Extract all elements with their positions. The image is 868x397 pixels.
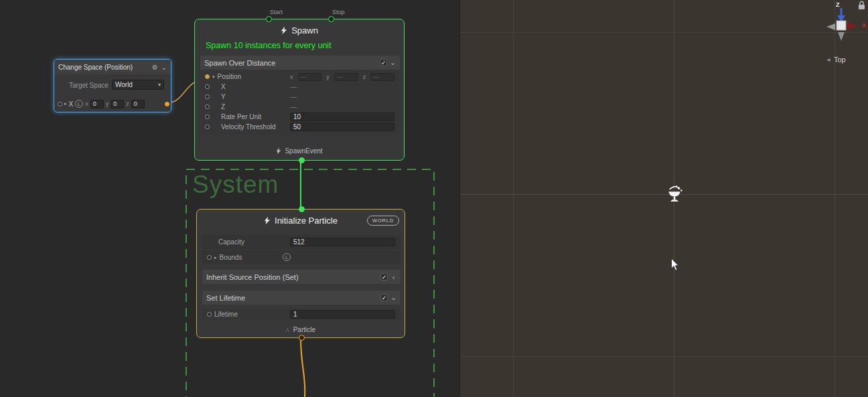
lightning-icon (264, 216, 271, 225)
change-space-node[interactable]: Change Space (Position) ⚙ ⌄ Target Space… (54, 59, 171, 112)
block-header[interactable]: Spawn Over Distance ✓ ⌄ (200, 56, 400, 70)
axis-z-label: z (126, 100, 129, 107)
x-port[interactable] (205, 84, 210, 89)
neg-z-axis-cone[interactable] (838, 32, 845, 41)
particle-out-label: Particle (293, 326, 315, 333)
lightning-icon (276, 147, 281, 155)
lifetime-label: Lifetime (214, 311, 238, 318)
velocity-threshold-field[interactable]: 50 (290, 123, 394, 131)
spawn-header[interactable]: Spawn (195, 19, 404, 35)
spawn-event-label: SpawnEvent (285, 147, 322, 155)
position-out-port[interactable] (165, 102, 169, 106)
lifetime-field[interactable]: 1 (290, 310, 395, 319)
expander-down-icon[interactable]: ▾ (212, 74, 215, 80)
target-space-dropdown[interactable]: World ▾ (112, 80, 164, 90)
position-x-field[interactable]: — (298, 73, 322, 81)
block-title: Inherit Source Position (Set) (206, 273, 378, 281)
rate-per-unit-field[interactable]: 10 (290, 112, 394, 121)
velocity-threshold-port[interactable] (205, 125, 210, 129)
z-value-field[interactable]: 0 (131, 100, 145, 108)
gizmo-axes-icon[interactable] (819, 0, 868, 47)
particle-flow-edge[interactable] (301, 339, 305, 397)
expander-icon[interactable]: ▸ (64, 101, 67, 106)
bounds-space-badge[interactable]: L (283, 253, 291, 261)
chevron-down-icon[interactable]: ⌄ (390, 58, 396, 67)
change-space-header[interactable]: Change Space (Position) ⚙ ⌄ (54, 60, 171, 74)
spawn-context-node[interactable]: Start Stop Spawn Spawn 10 instances for … (194, 19, 405, 161)
y-label: Y (221, 93, 226, 100)
chevron-left-icon[interactable]: ‹ (390, 273, 396, 281)
velocity-threshold-label: Velocity Threshold (221, 123, 276, 131)
gear-icon[interactable]: ⚙ (152, 64, 158, 71)
check-icon: ✓ (382, 274, 387, 281)
axis-z-label: z (363, 74, 366, 80)
position-in-port[interactable] (58, 102, 62, 106)
chevron-down-icon[interactable]: ⌄ (161, 64, 167, 71)
rate-per-unit-port[interactable] (205, 114, 210, 119)
initialize-footer: ∴ Particle (197, 326, 405, 333)
spawn-over-distance-block[interactable]: Spawn Over Distance ✓ ⌄ ▾ Position x — y… (200, 56, 400, 135)
block-body: ▾ Position x — y — z — X (200, 70, 400, 135)
set-lifetime-block[interactable]: Set Lifetime ✓ ⌄ (202, 291, 401, 305)
z-label: Z (221, 103, 225, 110)
vfx-gizmo-icon[interactable] (664, 183, 685, 204)
z-axis-cone[interactable] (837, 15, 845, 22)
start-flow-port[interactable] (266, 16, 272, 22)
position-y-field[interactable]: — (334, 73, 358, 81)
block-enabled-checkbox[interactable]: ✓ (380, 273, 388, 281)
x-label: X (221, 83, 226, 90)
block-title: Spawn Over Distance (204, 59, 377, 67)
lock-icon[interactable] (859, 1, 865, 9)
space-local-badge[interactable]: L (75, 100, 83, 108)
graph-canvas[interactable]: System Change Space (Position) ⚙ ⌄ Targe… (0, 0, 459, 397)
scene-view[interactable]: Z x ◄ Top (459, 0, 868, 397)
position-port[interactable] (205, 74, 210, 79)
y-value-field[interactable]: 0 (111, 100, 124, 108)
lifetime-row: Lifetime 1 (202, 309, 401, 320)
chevron-down-icon[interactable]: ⌄ (390, 293, 396, 302)
y-row: Y — (200, 92, 400, 102)
spawn-title: Spawn (291, 25, 318, 35)
grid-line (835, 0, 835, 397)
target-space-value: World (115, 81, 158, 88)
expander-icon[interactable]: ▸ (214, 255, 217, 260)
input-x-label: X (69, 100, 74, 108)
spawn-event-port[interactable] (299, 157, 305, 163)
capacity-label: Capacity (218, 238, 244, 246)
grid-line (513, 0, 514, 397)
x-axis-cone[interactable] (847, 21, 857, 30)
grid-line (460, 32, 868, 33)
capacity-field[interactable]: 512 (290, 238, 395, 246)
system-group-label: System (192, 171, 279, 199)
z-value: — (290, 103, 297, 110)
particle-in-port[interactable] (299, 206, 305, 212)
inherit-source-position-block[interactable]: Inherit Source Position (Set) ✓ ‹ (202, 270, 401, 284)
vfx-graph-window: System Change Space (Position) ⚙ ⌄ Targe… (0, 0, 868, 397)
check-icon: ✓ (382, 295, 387, 301)
bounds-port[interactable] (207, 255, 212, 260)
stop-flow-port[interactable] (328, 16, 334, 22)
particle-out-port[interactable] (299, 335, 305, 341)
gizmo-center-cube[interactable] (837, 21, 846, 30)
grid-line (460, 356, 868, 357)
x-value-field[interactable]: 0 (90, 100, 104, 108)
spawn-subtitle: Spawn 10 instances for every unit (206, 41, 332, 50)
world-space-badge[interactable]: WORLD (367, 216, 399, 226)
block-enabled-checkbox[interactable]: ✓ (380, 59, 387, 66)
spawn-footer: SpawnEvent (195, 147, 404, 155)
bounds-row: ▸ Bounds L (202, 250, 401, 264)
rate-per-unit-row: Rate Per Unit 10 (200, 112, 400, 122)
y-port[interactable] (205, 94, 210, 99)
block-title: Set Lifetime (206, 294, 378, 302)
lifetime-port[interactable] (207, 312, 212, 317)
block-enabled-checkbox[interactable]: ✓ (380, 294, 388, 301)
position-z-field[interactable]: — (370, 73, 394, 81)
velocity-threshold-row: Velocity Threshold 50 (200, 122, 400, 132)
z-axis-label: Z (836, 1, 840, 8)
dropdown-arrow-icon: ▾ (158, 82, 161, 88)
initialize-particle-node[interactable]: Initialize Particle WORLD Capacity 512 ▸… (196, 209, 405, 338)
lightning-icon (281, 26, 287, 35)
x-axis-label: x (862, 21, 866, 29)
z-row: Z — (200, 102, 400, 112)
z-port[interactable] (205, 104, 210, 109)
